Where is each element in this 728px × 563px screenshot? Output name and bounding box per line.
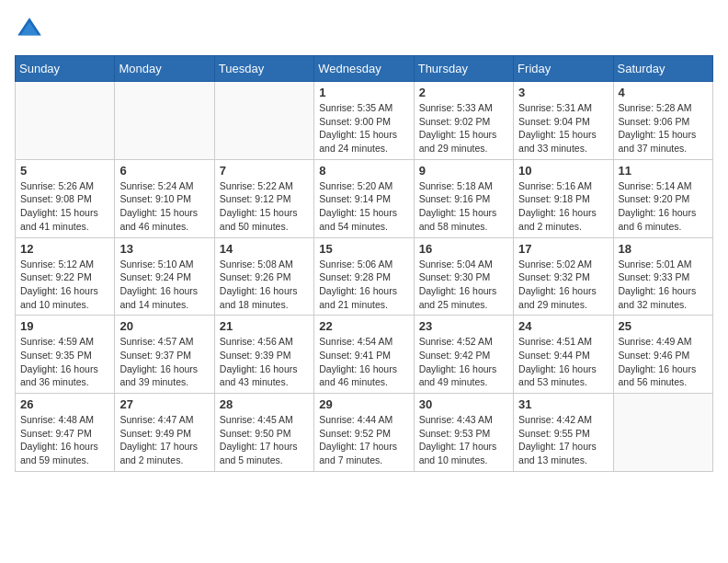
calendar-day-cell: 17Sunrise: 5:02 AM Sunset: 9:32 PM Dayli…: [514, 237, 613, 316]
day-info: Sunrise: 4:45 AM Sunset: 9:50 PM Dayligh…: [220, 413, 309, 467]
day-info: Sunrise: 4:56 AM Sunset: 9:39 PM Dayligh…: [220, 335, 309, 389]
calendar-day-cell: 23Sunrise: 4:52 AM Sunset: 9:42 PM Dayli…: [414, 316, 513, 394]
calendar-day-cell: 15Sunrise: 5:06 AM Sunset: 9:28 PM Dayli…: [314, 237, 414, 316]
calendar-day-cell: 10Sunrise: 5:16 AM Sunset: 9:18 PM Dayli…: [514, 159, 613, 237]
day-number: 23: [419, 319, 508, 333]
day-info: Sunrise: 4:44 AM Sunset: 9:52 PM Dayligh…: [319, 413, 408, 467]
day-number: 31: [518, 397, 608, 411]
calendar-day-cell: 28Sunrise: 4:45 AM Sunset: 9:50 PM Dayli…: [214, 394, 313, 472]
day-number: 15: [319, 242, 408, 256]
day-number: 3: [518, 86, 608, 99]
day-info: Sunrise: 5:35 AM Sunset: 9:00 PM Dayligh…: [319, 101, 408, 155]
calendar-day-cell: 12Sunrise: 5:12 AM Sunset: 9:22 PM Dayli…: [16, 237, 115, 316]
day-number: 11: [619, 164, 708, 178]
day-number: 12: [20, 242, 109, 256]
day-info: Sunrise: 5:20 AM Sunset: 9:14 PM Dayligh…: [319, 179, 408, 234]
calendar-week-row: 26Sunrise: 4:48 AM Sunset: 9:47 PM Dayli…: [16, 394, 713, 472]
calendar-day-cell: 30Sunrise: 4:43 AM Sunset: 9:53 PM Dayli…: [414, 394, 513, 472]
calendar-day-cell: 4Sunrise: 5:28 AM Sunset: 9:06 PM Daylig…: [613, 82, 712, 160]
day-info: Sunrise: 5:12 AM Sunset: 9:22 PM Dayligh…: [20, 258, 109, 312]
day-info: Sunrise: 4:47 AM Sunset: 9:49 PM Dayligh…: [119, 413, 209, 467]
calendar-day-cell: [613, 394, 712, 472]
day-info: Sunrise: 5:06 AM Sunset: 9:28 PM Dayligh…: [319, 258, 408, 312]
day-info: Sunrise: 4:52 AM Sunset: 9:42 PM Dayligh…: [419, 335, 508, 389]
day-of-week-header: Tuesday: [214, 56, 313, 82]
day-number: 8: [319, 164, 408, 178]
calendar-day-cell: 22Sunrise: 4:54 AM Sunset: 9:41 PM Dayli…: [314, 316, 414, 394]
calendar-day-cell: 2Sunrise: 5:33 AM Sunset: 9:02 PM Daylig…: [414, 82, 513, 160]
day-number: 30: [419, 397, 508, 411]
day-of-week-header: Monday: [115, 56, 214, 82]
day-info: Sunrise: 5:28 AM Sunset: 9:06 PM Dayligh…: [619, 101, 708, 155]
day-number: 24: [518, 319, 608, 333]
calendar-week-row: 12Sunrise: 5:12 AM Sunset: 9:22 PM Dayli…: [16, 237, 713, 316]
logo-icon: [15, 15, 44, 44]
calendar-day-cell: 27Sunrise: 4:47 AM Sunset: 9:49 PM Dayli…: [115, 394, 214, 472]
calendar-day-cell: 19Sunrise: 4:59 AM Sunset: 9:35 PM Dayli…: [16, 316, 115, 394]
calendar-day-cell: 31Sunrise: 4:42 AM Sunset: 9:55 PM Dayli…: [514, 394, 613, 472]
calendar-day-cell: 25Sunrise: 4:49 AM Sunset: 9:46 PM Dayli…: [613, 316, 712, 394]
day-of-week-header: Friday: [514, 56, 613, 82]
day-info: Sunrise: 5:24 AM Sunset: 9:10 PM Dayligh…: [119, 179, 209, 234]
day-info: Sunrise: 5:04 AM Sunset: 9:30 PM Dayligh…: [419, 258, 508, 312]
calendar-day-cell: 13Sunrise: 5:10 AM Sunset: 9:24 PM Dayli…: [115, 237, 214, 316]
calendar-table: SundayMondayTuesdayWednesdayThursdayFrid…: [15, 55, 713, 472]
calendar-day-cell: 18Sunrise: 5:01 AM Sunset: 9:33 PM Dayli…: [613, 237, 712, 316]
day-info: Sunrise: 5:01 AM Sunset: 9:33 PM Dayligh…: [619, 258, 708, 312]
day-number: 2: [419, 86, 508, 99]
calendar-day-cell: 1Sunrise: 5:35 AM Sunset: 9:00 PM Daylig…: [314, 82, 414, 160]
day-number: 26: [20, 397, 109, 411]
day-info: Sunrise: 5:16 AM Sunset: 9:18 PM Dayligh…: [518, 179, 608, 234]
day-info: Sunrise: 5:33 AM Sunset: 9:02 PM Dayligh…: [419, 101, 508, 155]
calendar-day-cell: 24Sunrise: 4:51 AM Sunset: 9:44 PM Dayli…: [514, 316, 613, 394]
calendar-header-row: SundayMondayTuesdayWednesdayThursdayFrid…: [16, 56, 713, 82]
day-info: Sunrise: 4:42 AM Sunset: 9:55 PM Dayligh…: [518, 413, 608, 467]
calendar-day-cell: 14Sunrise: 5:08 AM Sunset: 9:26 PM Dayli…: [214, 237, 313, 316]
day-of-week-header: Wednesday: [314, 56, 414, 82]
day-number: 10: [518, 164, 608, 178]
day-info: Sunrise: 4:51 AM Sunset: 9:44 PM Dayligh…: [518, 335, 608, 389]
calendar-day-cell: 6Sunrise: 5:24 AM Sunset: 9:10 PM Daylig…: [115, 159, 214, 237]
page-header: [15, 15, 713, 44]
day-of-week-header: Thursday: [414, 56, 513, 82]
calendar-day-cell: 11Sunrise: 5:14 AM Sunset: 9:20 PM Dayli…: [613, 159, 712, 237]
calendar-day-cell: [115, 82, 214, 160]
day-number: 1: [319, 86, 408, 99]
day-number: 4: [619, 86, 708, 99]
day-info: Sunrise: 5:10 AM Sunset: 9:24 PM Dayligh…: [119, 258, 209, 312]
calendar-day-cell: 16Sunrise: 5:04 AM Sunset: 9:30 PM Dayli…: [414, 237, 513, 316]
day-info: Sunrise: 4:48 AM Sunset: 9:47 PM Dayligh…: [20, 413, 109, 467]
day-info: Sunrise: 5:08 AM Sunset: 9:26 PM Dayligh…: [220, 258, 309, 312]
calendar-day-cell: 29Sunrise: 4:44 AM Sunset: 9:52 PM Dayli…: [314, 394, 414, 472]
day-number: 25: [619, 319, 708, 333]
day-info: Sunrise: 5:18 AM Sunset: 9:16 PM Dayligh…: [419, 179, 508, 234]
day-number: 20: [119, 319, 209, 333]
calendar-week-row: 1Sunrise: 5:35 AM Sunset: 9:00 PM Daylig…: [16, 82, 713, 160]
day-number: 21: [220, 319, 309, 333]
calendar-day-cell: 9Sunrise: 5:18 AM Sunset: 9:16 PM Daylig…: [414, 159, 513, 237]
day-info: Sunrise: 5:22 AM Sunset: 9:12 PM Dayligh…: [220, 179, 309, 234]
day-info: Sunrise: 4:49 AM Sunset: 9:46 PM Dayligh…: [619, 335, 708, 389]
day-info: Sunrise: 5:02 AM Sunset: 9:32 PM Dayligh…: [518, 258, 608, 312]
day-info: Sunrise: 5:31 AM Sunset: 9:04 PM Dayligh…: [518, 101, 608, 155]
day-number: 28: [220, 397, 309, 411]
day-number: 7: [220, 164, 309, 178]
day-number: 19: [20, 319, 109, 333]
day-info: Sunrise: 5:26 AM Sunset: 9:08 PM Dayligh…: [20, 179, 109, 234]
day-number: 17: [518, 242, 608, 256]
calendar-day-cell: 5Sunrise: 5:26 AM Sunset: 9:08 PM Daylig…: [16, 159, 115, 237]
day-number: 27: [119, 397, 209, 411]
day-number: 5: [20, 164, 109, 178]
calendar-day-cell: 21Sunrise: 4:56 AM Sunset: 9:39 PM Dayli…: [214, 316, 313, 394]
calendar-day-cell: [16, 82, 115, 160]
logo: [15, 15, 50, 44]
calendar-week-row: 5Sunrise: 5:26 AM Sunset: 9:08 PM Daylig…: [16, 159, 713, 237]
calendar-day-cell: 7Sunrise: 5:22 AM Sunset: 9:12 PM Daylig…: [214, 159, 313, 237]
calendar-week-row: 19Sunrise: 4:59 AM Sunset: 9:35 PM Dayli…: [16, 316, 713, 394]
day-number: 29: [319, 397, 408, 411]
day-number: 6: [119, 164, 209, 178]
day-number: 9: [419, 164, 508, 178]
day-of-week-header: Sunday: [16, 56, 115, 82]
calendar-day-cell: 26Sunrise: 4:48 AM Sunset: 9:47 PM Dayli…: [16, 394, 115, 472]
day-number: 22: [319, 319, 408, 333]
